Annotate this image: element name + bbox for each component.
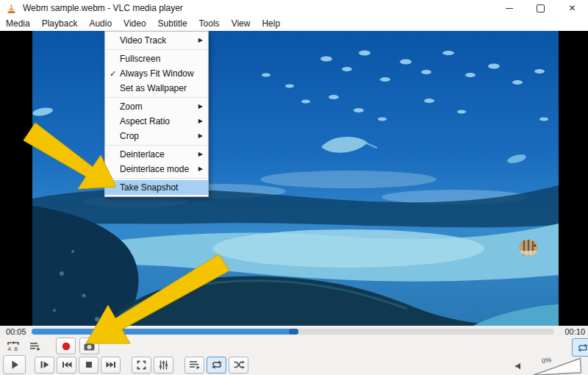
- volume-cluster: 0%: [514, 356, 582, 375]
- menu-separator: [106, 97, 207, 98]
- ab-loop-button[interactable]: A B: [4, 338, 22, 354]
- menubar-item-view[interactable]: View: [226, 16, 257, 31]
- seek-fill: [32, 329, 298, 335]
- seek-bar[interactable]: [32, 329, 554, 335]
- menubar: Media Playback Audio Video Subtitle Tool…: [0, 16, 588, 31]
- video-dropdown-menu: Video Track ▶ Fullscreen ✓ Always Fit Wi…: [104, 31, 209, 197]
- menubar-item-help[interactable]: Help: [256, 16, 286, 31]
- playlist-icon: [188, 359, 201, 371]
- menu-item-label: Crop: [120, 131, 139, 141]
- seek-row: 00:05 00:10: [0, 326, 588, 337]
- submenu-arrow-icon: ▶: [198, 114, 203, 129]
- maximize-button[interactable]: [525, 0, 556, 16]
- menu-item-label: Zoom: [120, 101, 143, 112]
- loop-button[interactable]: [207, 357, 226, 374]
- menu-item-label: Aspect Ratio: [120, 116, 170, 126]
- loop-icon: [211, 360, 223, 370]
- snapshot-button[interactable]: [79, 338, 99, 354]
- fullscreen-button[interactable]: [132, 357, 151, 374]
- menu-item-label: Video Track: [120, 35, 166, 46]
- menu-item-label: Deinterlace mode: [120, 164, 189, 174]
- menu-item-always-fit-window[interactable]: ✓ Always Fit Window: [105, 66, 208, 81]
- total-time: 00:10: [560, 327, 585, 336]
- minimize-button[interactable]: [493, 0, 525, 16]
- maximize-icon: [537, 4, 545, 12]
- svg-text:A: A: [8, 346, 12, 351]
- menubar-item-media[interactable]: Media: [0, 16, 36, 31]
- ab-loop-icon: A B: [7, 340, 20, 352]
- main-controls-row: [3, 355, 248, 374]
- menu-item-take-snapshot[interactable]: Take Snapshot: [105, 180, 208, 195]
- play-icon: [10, 360, 20, 370]
- menu-item-label: Always Fit Window: [120, 68, 194, 79]
- menu-item-aspect-ratio[interactable]: Aspect Ratio ▶: [105, 114, 208, 129]
- close-button[interactable]: ✕: [556, 0, 588, 16]
- fullscreen-icon: [136, 360, 147, 371]
- stop-button[interactable]: [79, 357, 98, 374]
- menu-item-fullscreen[interactable]: Fullscreen: [105, 51, 208, 66]
- next-button[interactable]: [101, 357, 121, 374]
- menu-item-deinterlace-mode[interactable]: Deinterlace mode ▶: [105, 162, 208, 176]
- menu-separator: [106, 49, 207, 50]
- vlc-cone-icon: [6, 3, 17, 14]
- previous-button[interactable]: [57, 357, 76, 374]
- previous-icon: [61, 360, 73, 370]
- window-controls: ✕: [493, 0, 588, 16]
- loop-icon: [577, 343, 588, 353]
- elapsed-time: 00:05: [6, 327, 30, 336]
- menu-item-label: Set as Wallpaper: [120, 83, 187, 93]
- controls-bar: A B: [0, 337, 588, 375]
- equalizer-sliders-icon: [158, 360, 169, 371]
- minimize-icon: [506, 8, 513, 9]
- video-area[interactable]: [0, 31, 588, 326]
- menu-separator: [106, 178, 207, 179]
- step-forward-button[interactable]: [35, 357, 54, 374]
- menubar-item-audio[interactable]: Audio: [83, 16, 118, 31]
- menubar-item-tools[interactable]: Tools: [193, 16, 226, 31]
- submenu-arrow-icon: ▶: [198, 147, 203, 162]
- snapshot-camera-icon: [83, 341, 96, 351]
- docked-loop-button[interactable]: [572, 338, 588, 357]
- menubar-item-video[interactable]: Video: [118, 16, 151, 31]
- menu-item-label: Fullscreen: [120, 54, 160, 64]
- advanced-controls-row: A B: [4, 338, 99, 354]
- frame-by-frame-button[interactable]: [26, 338, 43, 354]
- record-button[interactable]: [56, 338, 76, 354]
- next-icon: [105, 360, 117, 370]
- window-title: Webm sample.webm - VLC media player: [23, 3, 183, 13]
- menubar-item-playback[interactable]: Playback: [36, 16, 84, 31]
- menubar-item-subtitle[interactable]: Subtitle: [152, 16, 193, 31]
- menu-item-video-track[interactable]: Video Track ▶: [105, 33, 208, 48]
- frame-by-frame-icon: [29, 340, 41, 352]
- speaker-icon[interactable]: [514, 362, 523, 371]
- menu-item-label: Take Snapshot: [120, 182, 178, 193]
- playlist-button[interactable]: [184, 357, 204, 374]
- menu-item-set-as-wallpaper[interactable]: Set as Wallpaper: [105, 81, 208, 96]
- shuffle-icon: [233, 360, 245, 370]
- menu-separator: [106, 145, 207, 146]
- play-button[interactable]: [3, 355, 26, 374]
- submenu-arrow-icon: ▶: [198, 129, 203, 143]
- striped-fish: [519, 240, 538, 256]
- volume-slider[interactable]: [531, 356, 582, 375]
- check-icon: ✓: [110, 66, 116, 81]
- stop-icon: [85, 360, 93, 369]
- menu-item-deinterlace[interactable]: Deinterlace ▶: [105, 147, 208, 162]
- random-button[interactable]: [229, 357, 248, 374]
- titlebar: Webm sample.webm - VLC media player ✕: [0, 0, 588, 16]
- seek-handle[interactable]: [289, 329, 298, 335]
- svg-text:B: B: [15, 346, 18, 351]
- vlc-window: Webm sample.webm - VLC media player ✕ Me…: [0, 0, 588, 375]
- close-icon: ✕: [568, 4, 576, 12]
- submenu-arrow-icon: ▶: [198, 99, 203, 114]
- menu-item-zoom[interactable]: Zoom ▶: [105, 99, 208, 114]
- submenu-arrow-icon: ▶: [198, 162, 203, 176]
- submenu-arrow-icon: ▶: [198, 33, 203, 48]
- menu-item-crop[interactable]: Crop ▶: [105, 129, 208, 143]
- menu-item-label: Deinterlace: [120, 149, 165, 160]
- extended-settings-button[interactable]: [154, 357, 173, 374]
- record-icon: [61, 341, 71, 351]
- step-forward-icon: [39, 360, 50, 370]
